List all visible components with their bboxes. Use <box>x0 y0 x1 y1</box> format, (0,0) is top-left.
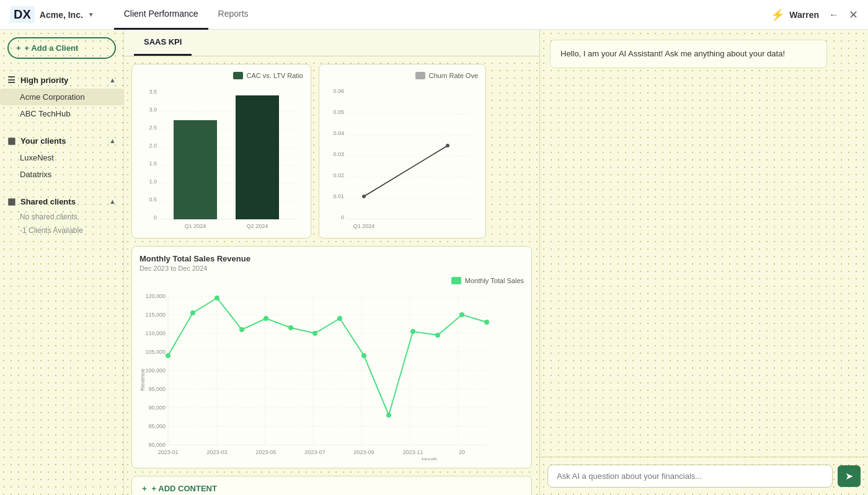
monthly-point <box>361 353 366 358</box>
svg-text:90,000: 90,000 <box>148 405 166 411</box>
nav-tab-client-performance[interactable]: Client Performance <box>114 0 208 30</box>
shared-clients-icon: ▦ <box>7 196 16 206</box>
svg-text:0.05: 0.05 <box>333 109 344 115</box>
monthly-legend-box <box>451 277 461 284</box>
your-clients-header[interactable]: ▦ Your clients ▲ <box>0 132 123 149</box>
ai-input-area: ➤ <box>540 457 868 495</box>
svg-text:85,000: 85,000 <box>148 423 166 429</box>
svg-text:2023-01: 2023-01 <box>157 449 178 455</box>
company-name: Acme, Inc. <box>40 10 83 20</box>
svg-text:105,000: 105,000 <box>145 349 166 355</box>
add-content-label: + ADD CONTENT <box>152 484 217 493</box>
monthly-legend-label: Monthly Total Sales <box>465 277 524 284</box>
chevron-down-icon[interactable]: ▼ <box>88 11 94 18</box>
ai-panel: Hello, I am your AI Assistant! Ask me an… <box>539 30 868 495</box>
ai-messages: Hello, I am your AI Assistant! Ask me an… <box>540 30 868 457</box>
your-clients-title: ▦ Your clients <box>7 136 66 146</box>
ai-greeting-bubble: Hello, I am your AI Assistant! Ask me an… <box>550 40 827 68</box>
no-shared-clients-text: No shared clients <box>0 210 123 224</box>
add-content-bar[interactable]: + + ADD CONTENT <box>131 476 532 495</box>
ai-send-button[interactable]: ➤ <box>838 465 861 487</box>
monthly-revenue-svg: Revenue 80,000 85,000 90,000 95,000 100,… <box>140 287 493 460</box>
svg-text:0.04: 0.04 <box>333 130 344 136</box>
sidebar-item-luxenest[interactable]: LuxeNest <box>0 149 123 166</box>
svg-text:2.0: 2.0 <box>149 142 157 149</box>
plus-icon: + <box>16 43 21 53</box>
svg-text:0.5: 0.5 <box>149 196 157 203</box>
monthly-legend: Monthly Total Sales <box>140 277 524 284</box>
q1-bar <box>174 120 217 219</box>
cac-ltv-svg: 0 0.5 1.0 1.5 2.0 2.5 3.0 3.5 <box>140 82 301 230</box>
collapse-icon-clients: ▲ <box>109 137 116 144</box>
churn-legend: Churn Rate Ove <box>327 72 478 79</box>
churn-svg: 0 0.01 0.02 0.03 0.04 0.05 0.06 <box>327 82 476 230</box>
churn-point-2 <box>446 144 450 147</box>
bolt-icon: ⚡ <box>771 8 784 22</box>
cac-ltv-legend-box <box>233 72 243 79</box>
logo-area: DX Acme, Inc. ▼ <box>10 6 94 23</box>
svg-text:2.5: 2.5 <box>149 125 157 131</box>
high-priority-title: ☰ High priority <box>7 75 68 85</box>
sidebar-item-acme-corporation[interactable]: Acme Corporation <box>0 89 123 105</box>
your-clients-icon: ▦ <box>7 136 16 146</box>
svg-text:120,000: 120,000 <box>145 293 166 299</box>
svg-text:95,000: 95,000 <box>148 386 166 392</box>
high-priority-header[interactable]: ☰ High priority ▲ <box>0 71 123 89</box>
svg-text:0.02: 0.02 <box>333 172 344 178</box>
monthly-point <box>239 327 244 332</box>
monthly-point <box>484 320 489 325</box>
q2-bar <box>236 95 279 219</box>
nav-right: ⚡ Warren ← ✕ <box>771 8 858 22</box>
monthly-point <box>264 316 268 321</box>
svg-text:3.0: 3.0 <box>149 107 157 113</box>
cac-ltv-legend-label: CAC vs. LTV Ratio <box>247 72 304 79</box>
monthly-point <box>312 331 317 336</box>
svg-text:2023-07: 2023-07 <box>304 449 325 455</box>
nav-back-arrow[interactable]: ← <box>829 9 839 20</box>
top-nav: DX Acme, Inc. ▼ Client Performance Repor… <box>0 0 868 30</box>
tab-saas-kpi[interactable]: SAAS KPI <box>134 30 192 56</box>
churn-legend-box <box>415 72 425 79</box>
nav-tabs: Client Performance Reports <box>114 0 259 30</box>
svg-text:100,000: 100,000 <box>145 367 166 374</box>
svg-text:Q1 2024: Q1 2024 <box>185 223 206 229</box>
churn-line <box>364 146 448 196</box>
monthly-revenue-title: Monthly Total Sales Revenue <box>140 254 524 263</box>
svg-text:1.5: 1.5 <box>149 160 157 167</box>
monthly-point <box>288 325 293 330</box>
chart-row-1: CAC vs. LTV Ratio 0 0.5 1.0 1.5 2.0 2.5 … <box>131 64 532 239</box>
monthly-point <box>190 310 195 315</box>
nav-tab-reports[interactable]: Reports <box>208 0 259 30</box>
ai-input-field[interactable] <box>547 465 833 488</box>
svg-text:Q2 2024: Q2 2024 <box>247 223 268 229</box>
shared-clients-header[interactable]: ▦ Shared clients ▲ <box>0 193 123 210</box>
cac-ltv-chart-card: CAC vs. LTV Ratio 0 0.5 1.0 1.5 2.0 2.5 … <box>131 64 311 239</box>
svg-text:0.03: 0.03 <box>333 151 344 157</box>
svg-text:2023-11: 2023-11 <box>402 449 423 455</box>
monthly-point <box>435 333 440 338</box>
svg-text:110,000: 110,000 <box>145 330 166 336</box>
close-icon[interactable]: ✕ <box>849 8 858 22</box>
monthly-point <box>459 312 464 317</box>
churn-legend-label: Churn Rate Ove <box>429 72 478 79</box>
churn-point-1 <box>362 195 366 198</box>
sidebar-item-abc-techhub[interactable]: ABC TechHub <box>0 105 123 122</box>
svg-text:2023-09: 2023-09 <box>353 449 374 455</box>
warren-label: Warren <box>789 10 819 20</box>
sidebar: + + Add a Client ☰ High priority ▲ Acme … <box>0 30 124 495</box>
svg-text:20: 20 <box>459 449 465 455</box>
clients-available-text: -1 Clients Available <box>0 224 123 237</box>
svg-text:2023-05: 2023-05 <box>255 449 276 455</box>
monthly-revenue-subtitle: Dec 2023 to Dec 2024 <box>140 265 524 272</box>
shared-clients-title: ▦ Shared clients <box>7 196 76 206</box>
content-area: SAAS KPI CAC vs. LTV Ratio 0 0.5 1.0 1 <box>124 30 539 495</box>
charts-container: CAC vs. LTV Ratio 0 0.5 1.0 1.5 2.0 2.5 … <box>124 56 539 495</box>
svg-text:80,000: 80,000 <box>148 442 166 448</box>
add-client-button[interactable]: + + Add a Client <box>7 37 116 59</box>
monthly-point <box>215 296 219 300</box>
cac-ltv-legend: CAC vs. LTV Ratio <box>140 72 303 79</box>
content-tabs: SAAS KPI <box>124 30 539 56</box>
sidebar-item-datatrixs[interactable]: Datatrixs <box>0 166 123 183</box>
svg-text:Q1 2024: Q1 2024 <box>353 223 375 229</box>
monthly-line <box>168 298 487 415</box>
